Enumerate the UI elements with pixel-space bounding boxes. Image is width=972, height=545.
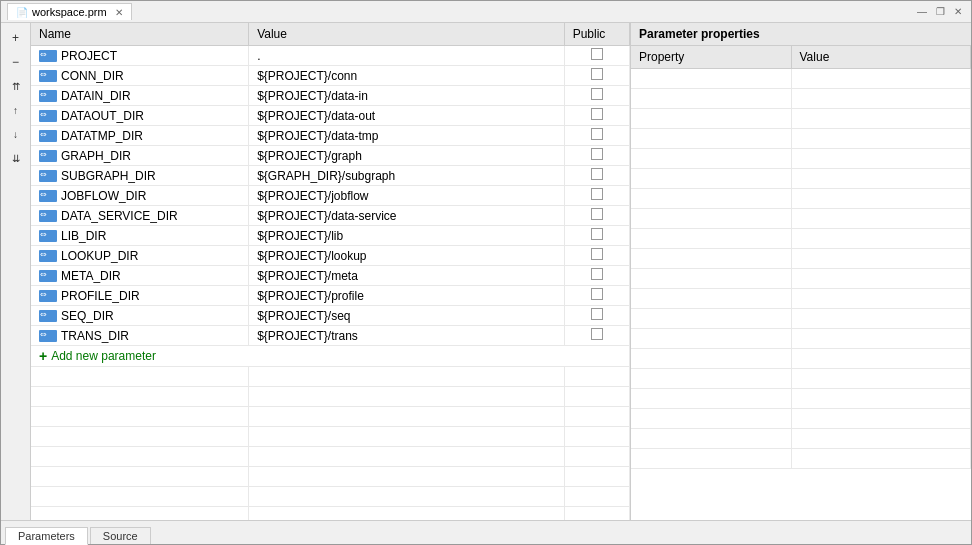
move-bottom-button[interactable]: ⇊ [5,147,27,169]
table-row[interactable]: ⇔TRANS_DIR${PROJECT}/trans [31,326,630,346]
add-button[interactable]: + [5,27,27,49]
param-public-cell[interactable] [564,186,629,206]
title-tab[interactable]: 📄 workspace.prm ✕ [7,3,132,20]
empty-row [31,367,630,387]
param-public-cell[interactable] [564,46,629,66]
props-col-value: Value [791,46,971,69]
param-icon: ⇔ [39,310,57,322]
tab-parameters[interactable]: Parameters [5,527,88,545]
props-empty-row [631,229,971,249]
params-table: Name Value Public ⇔PROJECT.⇔CONN_DIR${PR… [31,23,630,520]
table-row[interactable]: ⇔DATATMP_DIR${PROJECT}/data-tmp [31,126,630,146]
param-icon: ⇔ [39,110,57,122]
params-table-wrapper[interactable]: Name Value Public ⇔PROJECT.⇔CONN_DIR${PR… [31,23,630,520]
param-public-cell[interactable] [564,66,629,86]
move-down-button[interactable]: ↓ [5,123,27,145]
empty-row [31,447,630,467]
param-public-cell[interactable] [564,306,629,326]
public-checkbox[interactable] [591,88,603,100]
restore-button[interactable]: ❐ [933,6,947,17]
table-row[interactable]: ⇔LOOKUP_DIR${PROJECT}/lookup [31,246,630,266]
minimize-button[interactable]: — [915,6,929,17]
param-public-cell[interactable] [564,106,629,126]
public-checkbox[interactable] [591,248,603,260]
props-empty-row [631,409,971,429]
props-empty-row [631,349,971,369]
public-checkbox[interactable] [591,268,603,280]
param-value-cell: ${PROJECT}/seq [249,306,565,326]
param-icon: ⇔ [39,150,57,162]
public-checkbox[interactable] [591,328,603,340]
param-icon: ⇔ [39,90,57,102]
props-panel: Parameter properties Property Value [631,23,971,520]
param-name-cell: ⇔DATAOUT_DIR [31,106,249,126]
param-name-cell: ⇔JOBFLOW_DIR [31,186,249,206]
param-icon: ⇔ [39,210,57,222]
table-row[interactable]: ⇔JOBFLOW_DIR${PROJECT}/jobflow [31,186,630,206]
move-top-button[interactable]: ⇈ [5,75,27,97]
param-icon: ⇔ [39,70,57,82]
public-checkbox[interactable] [591,108,603,120]
param-icon: ⇔ [39,130,57,142]
public-checkbox[interactable] [591,228,603,240]
table-row[interactable]: ⇔DATAIN_DIR${PROJECT}/data-in [31,86,630,106]
param-public-cell[interactable] [564,226,629,246]
empty-row [31,507,630,521]
tab-source[interactable]: Source [90,527,151,544]
public-checkbox[interactable] [591,208,603,220]
tab-title: workspace.prm [32,6,107,18]
table-row[interactable]: ⇔CONN_DIR${PROJECT}/conn [31,66,630,86]
param-public-cell[interactable] [564,166,629,186]
table-row[interactable]: ⇔SUBGRAPH_DIR${GRAPH_DIR}/subgraph [31,166,630,186]
public-checkbox[interactable] [591,68,603,80]
param-icon: ⇔ [39,230,57,242]
param-public-cell[interactable] [564,246,629,266]
param-public-cell[interactable] [564,286,629,306]
tab-bar: ParametersSource [1,520,971,544]
empty-row [31,487,630,507]
public-checkbox[interactable] [591,148,603,160]
table-row[interactable]: ⇔META_DIR${PROJECT}/meta [31,266,630,286]
props-empty-row [631,309,971,329]
param-value-cell: ${PROJECT}/jobflow [249,186,565,206]
param-public-cell[interactable] [564,126,629,146]
param-public-cell[interactable] [564,326,629,346]
props-empty-row [631,269,971,289]
param-value-cell: ${PROJECT}/graph [249,146,565,166]
param-public-cell[interactable] [564,146,629,166]
table-row[interactable]: ⇔DATAOUT_DIR${PROJECT}/data-out [31,106,630,126]
param-name-cell: ⇔PROJECT [31,46,249,66]
table-row[interactable]: ⇔LIB_DIR${PROJECT}/lib [31,226,630,246]
param-value-cell: ${PROJECT}/data-in [249,86,565,106]
public-checkbox[interactable] [591,48,603,60]
props-empty-row [631,149,971,169]
close-button[interactable]: ✕ [951,6,965,17]
add-param-row[interactable]: +Add new parameter [31,346,630,367]
public-checkbox[interactable] [591,128,603,140]
table-row[interactable]: ⇔GRAPH_DIR${PROJECT}/graph [31,146,630,166]
close-tab-icon[interactable]: ✕ [115,7,123,18]
param-value-cell: . [249,46,565,66]
param-icon: ⇔ [39,190,57,202]
public-checkbox[interactable] [591,168,603,180]
props-empty-row [631,209,971,229]
param-public-cell[interactable] [564,206,629,226]
remove-button[interactable]: − [5,51,27,73]
table-row[interactable]: ⇔PROFILE_DIR${PROJECT}/profile [31,286,630,306]
param-public-cell[interactable] [564,86,629,106]
param-name-cell: ⇔PROFILE_DIR [31,286,249,306]
param-public-cell[interactable] [564,266,629,286]
props-panel-title: Parameter properties [631,23,971,46]
move-up-button[interactable]: ↑ [5,99,27,121]
public-checkbox[interactable] [591,308,603,320]
table-row[interactable]: ⇔SEQ_DIR${PROJECT}/seq [31,306,630,326]
param-value-cell: ${PROJECT}/lookup [249,246,565,266]
props-empty-row [631,129,971,149]
col-header-name: Name [31,23,249,46]
param-icon: ⇔ [39,290,57,302]
public-checkbox[interactable] [591,288,603,300]
table-row[interactable]: ⇔DATA_SERVICE_DIR${PROJECT}/data-service [31,206,630,226]
public-checkbox[interactable] [591,188,603,200]
add-param-button[interactable]: +Add new parameter [39,348,621,364]
table-row[interactable]: ⇔PROJECT. [31,46,630,66]
